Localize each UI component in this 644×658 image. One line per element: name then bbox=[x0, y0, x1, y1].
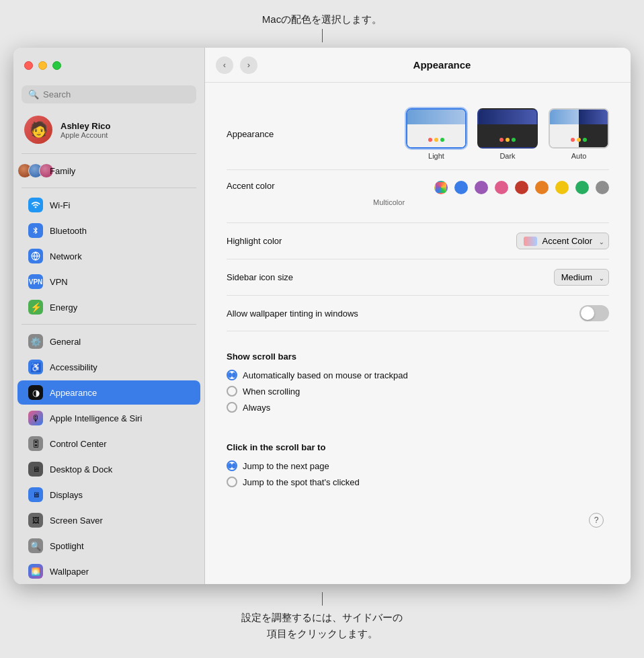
highlight-color-label: Highlight color bbox=[227, 236, 361, 246]
wallpaper-icon: 🌅 bbox=[28, 564, 43, 579]
sidebar-item-label: Control Center bbox=[50, 439, 107, 449]
sidebar-divider-3 bbox=[22, 324, 196, 325]
highlight-color-control: Accent Color bbox=[372, 233, 609, 249]
accent-yellow[interactable] bbox=[555, 181, 569, 194]
sidebar-item-spotlight[interactable]: 🔍 Spotlight bbox=[17, 534, 200, 558]
sidebar-item-family[interactable]: Family bbox=[17, 159, 200, 183]
page-title: Appearance bbox=[264, 59, 620, 71]
appearance-row: Appearance bbox=[227, 99, 609, 170]
profile-item[interactable]: 🧑 Ashley Rico Apple Account bbox=[13, 110, 204, 149]
wallpaper-tinting-toggle[interactable] bbox=[579, 305, 609, 321]
content-area: Appearance bbox=[205, 83, 631, 584]
auto-label: Auto bbox=[571, 152, 587, 160]
accent-orange[interactable] bbox=[535, 181, 549, 194]
scroll-bars-label: Show scroll bars bbox=[227, 352, 609, 362]
sidebar-item-general[interactable]: ⚙️ General bbox=[17, 329, 200, 354]
sidebar-item-siri[interactable]: 🎙 Apple Intelligence & Siri bbox=[17, 406, 200, 430]
general-icon: ⚙️ bbox=[28, 334, 43, 349]
sidebar-item-screen-saver[interactable]: 🖼 Screen Saver bbox=[17, 508, 200, 532]
sidebar-icon-size-row: Sidebar icon size Medium bbox=[227, 259, 609, 296]
auto-thumb bbox=[549, 108, 609, 149]
appearance-option-auto[interactable]: Auto bbox=[549, 108, 609, 160]
scroll-auto-circle bbox=[227, 370, 237, 380]
back-button[interactable]: ‹ bbox=[216, 56, 233, 74]
click-scroll-label: Click in the scroll bar to bbox=[227, 442, 609, 452]
family-icon bbox=[28, 163, 43, 178]
highlight-color-dropdown[interactable]: Accent Color bbox=[516, 233, 609, 249]
energy-icon: ⚡ bbox=[28, 300, 43, 315]
click-spot-radio[interactable]: Jump to the spot that's clicked bbox=[227, 477, 609, 487]
sidebar-item-network[interactable]: Network bbox=[17, 244, 200, 268]
sidebar-item-wifi[interactable]: Wi-Fi bbox=[17, 193, 200, 217]
scroll-auto-label: Automatically based on mouse or trackpad bbox=[243, 370, 408, 380]
siri-icon: 🎙 bbox=[28, 411, 43, 425]
accent-graphite[interactable] bbox=[596, 181, 609, 194]
spotlight-icon: 🔍 bbox=[28, 538, 43, 553]
click-next-page-radio[interactable]: Jump to the next page bbox=[227, 460, 609, 471]
wallpaper-tinting-row: Allow wallpaper tinting in windows bbox=[227, 296, 609, 331]
close-button[interactable] bbox=[24, 61, 33, 70]
sidebar-item-vpn[interactable]: VPN VPN bbox=[17, 270, 200, 294]
sidebar-item-label: Family bbox=[50, 166, 75, 176]
sidebar-item-accessibility[interactable]: ♿ Accessibility bbox=[17, 355, 200, 379]
sidebar-divider-2 bbox=[22, 188, 196, 188]
scroll-scrolling-label: When scrolling bbox=[243, 386, 300, 397]
annotation-bottom: 設定を調整するには、サイドバーの 項目をクリックします。 bbox=[241, 592, 403, 642]
search-input[interactable] bbox=[43, 89, 190, 99]
maximize-button[interactable] bbox=[52, 61, 61, 70]
dark-thumb bbox=[477, 108, 538, 149]
wallpaper-tinting-label: Allow wallpaper tinting in windows bbox=[227, 309, 361, 319]
minimize-button[interactable] bbox=[38, 61, 47, 70]
scroll-auto-radio[interactable]: Automatically based on mouse or trackpad bbox=[227, 370, 609, 380]
accent-blue[interactable] bbox=[454, 181, 468, 194]
accent-color-control: Multicolor bbox=[372, 181, 609, 206]
accent-color-label: Accent color bbox=[227, 181, 361, 191]
appearance-label: Appearance bbox=[227, 129, 361, 139]
forward-button[interactable]: › bbox=[240, 56, 257, 74]
screen-saver-icon: 🖼 bbox=[28, 513, 43, 528]
accent-multicolor[interactable] bbox=[434, 181, 448, 194]
accent-colors bbox=[434, 181, 609, 194]
appearance-option-dark[interactable]: Dark bbox=[477, 108, 538, 160]
sidebar-item-desktop-dock[interactable]: 🖥 Desktop & Dock bbox=[17, 457, 200, 481]
accent-red[interactable] bbox=[515, 181, 528, 194]
sidebar-item-label: Bluetooth bbox=[50, 226, 87, 236]
appearance-options: Light bbox=[406, 108, 609, 160]
accent-pink[interactable] bbox=[495, 181, 508, 194]
click-spot-circle bbox=[227, 477, 237, 487]
accent-purple[interactable] bbox=[475, 181, 488, 194]
help-button[interactable]: ? bbox=[589, 513, 604, 528]
sidebar-item-label: Desktop & Dock bbox=[50, 464, 112, 475]
sidebar-item-label: Network bbox=[50, 251, 82, 261]
sidebar-item-label: Wi-Fi bbox=[50, 200, 70, 210]
bluetooth-icon bbox=[28, 223, 43, 238]
scroll-scrolling-radio[interactable]: When scrolling bbox=[227, 386, 609, 397]
appearance-icon: ◑ bbox=[28, 385, 43, 400]
multicolor-label: Multicolor bbox=[373, 198, 405, 206]
scroll-always-radio[interactable]: Always bbox=[227, 402, 609, 413]
annotation-bottom-line2: 項目をクリックします。 bbox=[267, 628, 378, 639]
sidebar-item-bluetooth[interactable]: Bluetooth bbox=[17, 218, 200, 243]
accent-green[interactable] bbox=[575, 181, 589, 194]
sidebar-item-appearance[interactable]: ◑ Appearance bbox=[17, 380, 200, 405]
search-icon: 🔍 bbox=[28, 89, 39, 99]
highlight-color-value: Accent Color bbox=[542, 236, 592, 246]
main-content: ‹ › Appearance Appearance bbox=[205, 48, 631, 584]
main-titlebar: ‹ › Appearance bbox=[205, 48, 631, 83]
vpn-icon: VPN bbox=[28, 274, 43, 289]
accessibility-icon: ♿ bbox=[28, 360, 43, 374]
sidebar-item-wallpaper[interactable]: 🌅 Wallpaper bbox=[17, 559, 200, 583]
sidebar-item-energy[interactable]: ⚡ Energy bbox=[17, 295, 200, 319]
multicolor-wrapper bbox=[434, 181, 448, 194]
sidebar-item-displays[interactable]: 🖥 Displays bbox=[17, 483, 200, 507]
sidebar-divider bbox=[22, 153, 196, 154]
sidebar-icon-size-dropdown[interactable]: Medium bbox=[554, 269, 609, 286]
scroll-bars-row: Show scroll bars Automatically based on … bbox=[227, 342, 609, 422]
wallpaper-tinting-control bbox=[372, 305, 609, 321]
avatar: 🧑 bbox=[24, 116, 52, 144]
sidebar-item-control-center[interactable]: 🎛 Control Center bbox=[17, 431, 200, 456]
appearance-option-light[interactable]: Light bbox=[406, 108, 467, 160]
sidebar-item-label: Appearance bbox=[50, 388, 97, 398]
sidebar-item-label: VPN bbox=[50, 277, 68, 287]
scroll-always-label: Always bbox=[243, 403, 270, 413]
